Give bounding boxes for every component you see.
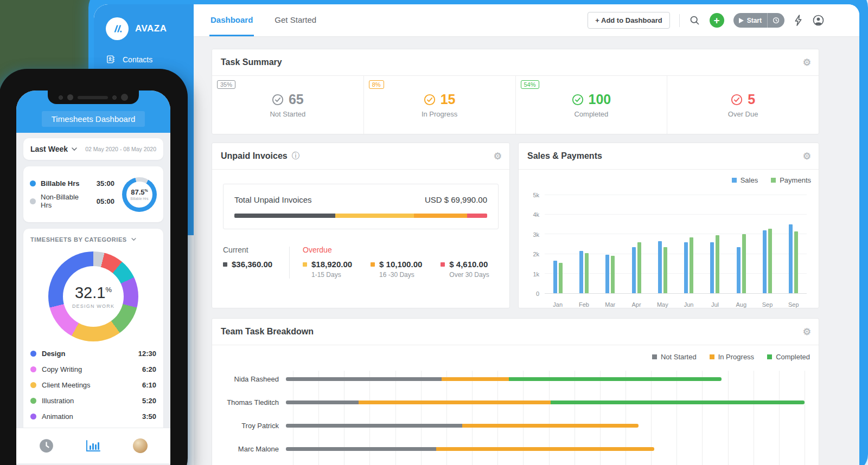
- sidebar-item-contacts[interactable]: Contacts: [106, 55, 194, 64]
- clock-icon: [773, 17, 780, 24]
- app-window: AVAZA Contacts: [88, 0, 868, 465]
- categories-donut-chart: 32.1% DESIGN WORK: [48, 251, 138, 341]
- task-count-row: 15: [424, 92, 456, 107]
- check-circle-icon: [424, 94, 436, 106]
- category-label: Copy Writing: [42, 365, 82, 373]
- card-header: Task Summary ⚙: [212, 49, 819, 76]
- completed-segment: [551, 401, 805, 404]
- profile-tab-avatar[interactable]: [133, 438, 148, 453]
- sensor-dot: [112, 95, 117, 100]
- payments-bar: [794, 231, 798, 293]
- legend-swatch: [767, 354, 772, 359]
- info-icon[interactable]: ⓘ: [292, 151, 299, 161]
- team-chart-body: Not StartedIn ProgressCompleted Nida Ras…: [212, 345, 819, 453]
- billable-donut-label: Billable Hrs: [131, 197, 149, 201]
- overdue-item: $ 4,610.00Over 30 Days: [441, 254, 489, 279]
- gear-icon[interactable]: ⚙: [803, 152, 811, 161]
- sales-bar: [553, 261, 557, 293]
- hours-rows: Billable Hrs35:00Non-Billable Hrs05:00: [30, 174, 122, 215]
- team-row: Nida Rasheed: [221, 375, 810, 383]
- hours-card: Billable Hrs35:00Non-Billable Hrs05:00 8…: [23, 166, 163, 222]
- search-icon[interactable]: [689, 15, 700, 26]
- legend-swatch: [652, 354, 657, 359]
- bar-group: [649, 195, 675, 293]
- tab-dashboard[interactable]: Dashboard: [209, 4, 254, 36]
- current-label: Current: [223, 246, 287, 254]
- quick-add-button[interactable]: +: [710, 13, 724, 28]
- bar-group: [781, 195, 807, 293]
- task-summary-item: 8%15In Progress: [363, 76, 515, 134]
- x-axis-label: Aug: [728, 301, 754, 308]
- bar-group: [754, 195, 780, 293]
- overdue-block: Overdue $18,920.001-15 Days$ 10,100.0016…: [303, 246, 499, 279]
- category-time: 3:50: [142, 412, 156, 421]
- categories-header[interactable]: TIMESHEETS BY CATEGORIES: [30, 236, 156, 243]
- total-unpaid-label: Total Unpaid Invoices: [234, 195, 312, 204]
- task-count-row: 65: [272, 92, 304, 107]
- period-selector[interactable]: Last Week: [30, 145, 77, 153]
- avaza-logo-icon: [106, 17, 129, 40]
- task-count: 65: [289, 92, 304, 107]
- check-circle-icon: [731, 94, 743, 106]
- timer-start-segment[interactable]: Start: [733, 17, 767, 24]
- camera-dot: [67, 94, 73, 100]
- card-title: Sales & Payments: [527, 151, 602, 161]
- payments-bar: [637, 242, 641, 293]
- legend-swatch: [710, 354, 714, 359]
- task-summary-item: 5Over Due: [667, 76, 819, 134]
- task-count-row: 5: [731, 92, 755, 107]
- sales-bar: [684, 242, 688, 293]
- task-status-label: Completed: [574, 110, 608, 118]
- bar-group: [675, 195, 701, 293]
- hours-label: Non-Billable Hrs: [41, 193, 92, 209]
- tab-get-started[interactable]: Get Started: [273, 4, 317, 36]
- current-block: Current $36,360.00: [223, 246, 287, 279]
- y-axis-label: 1k: [526, 271, 539, 277]
- payments-bar: [742, 234, 746, 293]
- category-row: Design12:30: [30, 346, 156, 361]
- timesheets-tab-icon[interactable]: [39, 438, 54, 453]
- team-legend: Not StartedIn ProgressCompleted: [221, 353, 810, 361]
- total-unpaid-box: Total Unpaid Invoices USD $ 69,990.00: [223, 184, 499, 229]
- legend-item: Sales: [732, 176, 758, 184]
- stage: AVAZA Contacts: [0, 0, 868, 465]
- gear-icon[interactable]: ⚙: [803, 327, 811, 337]
- legend-item: In Progress: [710, 353, 754, 361]
- sidebar-item-label: Contacts: [123, 55, 152, 64]
- current-swatch: [223, 262, 227, 267]
- hours-value: 35:00: [97, 179, 122, 188]
- speaker-slot: [78, 96, 108, 99]
- category-dot: [30, 398, 36, 404]
- category-label: Client Meetings: [42, 381, 91, 389]
- category-row: Illustration5:20: [30, 393, 156, 409]
- brand-name: AVAZA: [135, 23, 167, 34]
- reports-tab-icon[interactable]: [86, 440, 100, 453]
- billable-pct: 87.5: [131, 188, 144, 196]
- team-task-bar: [286, 447, 654, 451]
- activity-icon[interactable]: [794, 15, 803, 26]
- sales-bar: [605, 255, 609, 293]
- add-to-dashboard-button[interactable]: + Add to Dashboard: [588, 12, 669, 29]
- task-summary-item: 35%65Not Started: [212, 76, 363, 134]
- not-started-segment: [286, 424, 462, 428]
- phone-title: Timesheets Dashboard: [42, 111, 145, 127]
- card-header: Unpaid Invoices ⓘ ⚙: [212, 143, 509, 170]
- timer-clock-segment[interactable]: [768, 17, 784, 24]
- sales-legend: SalesPayments: [526, 176, 811, 184]
- user-profile-icon[interactable]: [812, 14, 825, 27]
- card-header: Sales & Payments ⚙: [519, 143, 819, 170]
- task-count-row: 100: [572, 92, 611, 107]
- overdue-swatch: [441, 262, 445, 267]
- divider: [679, 14, 680, 27]
- gear-icon[interactable]: ⚙: [494, 152, 502, 161]
- gear-icon[interactable]: ⚙: [803, 58, 811, 67]
- overdue-amount-row: $ 10,100.00: [371, 260, 422, 269]
- x-axis-labels: JanFebMarAprMayJunJulAugSepSep: [545, 301, 807, 308]
- category-time: 6:20: [142, 365, 156, 373]
- category-label: Design: [42, 350, 65, 358]
- timer-button[interactable]: Start: [733, 13, 784, 28]
- unpaid-invoices-card: Unpaid Invoices ⓘ ⚙ Total Unpaid Invoice…: [212, 143, 510, 308]
- not-started-segment: [286, 401, 359, 404]
- categories-title: TIMESHEETS BY CATEGORIES: [30, 236, 127, 243]
- phone-notch: [48, 91, 139, 104]
